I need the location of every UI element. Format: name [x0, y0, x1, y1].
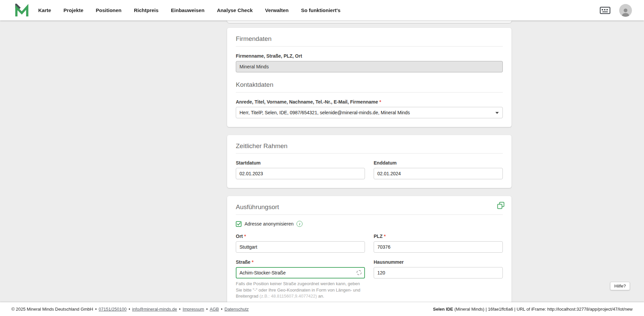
- company-label: Firmenname, Straße, PLZ, Ort: [236, 53, 503, 59]
- footer-email-link[interactable]: info@mineral-minds.de: [132, 307, 177, 312]
- firmendaten-title: Firmendaten: [236, 35, 503, 43]
- divider: [236, 46, 503, 47]
- contact-select[interactable]: Herr, TitelP, Selen, IDE, 0987/654321, s…: [236, 107, 503, 118]
- card-ausfuehrungsort: Ausführungsort Adresse anonymisieren i O…: [227, 196, 512, 302]
- strasse-hint: Falls die Position keiner Straße zugeord…: [236, 281, 365, 299]
- plz-input[interactable]: [374, 241, 503, 253]
- contact-label-text: Anrede, Titel, Vorname, Nachname, Tel.-N…: [236, 99, 378, 105]
- main-content: Firmendaten Firmenname, Straße, PLZ, Ort…: [0, 20, 644, 302]
- startdatum-label: Startdatum: [236, 160, 365, 166]
- nav-item-so-funktionierts[interactable]: So funktioniert's: [301, 7, 340, 13]
- bullet-separator: •: [206, 307, 208, 312]
- card-firmendaten: Firmendaten Firmenname, Straße, PLZ, Ort…: [227, 28, 512, 127]
- contact-label: Anrede, Titel, Vorname, Nachname, Tel.-N…: [236, 99, 503, 105]
- nav-item-richtpreis[interactable]: Richtpreis: [134, 7, 158, 13]
- bullet-separator: •: [128, 307, 130, 312]
- nav-item-analyse-check[interactable]: Analyse Check: [217, 7, 253, 13]
- hausnummer-input[interactable]: [374, 267, 503, 278]
- person-icon: [621, 7, 631, 17]
- divider: [236, 92, 503, 92]
- nav-item-einbauweisen[interactable]: Einbauweisen: [171, 7, 205, 13]
- anonymize-label: Adresse anonymisieren: [245, 221, 293, 227]
- hint-example-text: (z.B.: 48.8115607,9.4077422): [260, 294, 317, 299]
- nav-item-positionen[interactable]: Positionen: [96, 7, 122, 13]
- plz-label-text: PLZ: [374, 234, 382, 239]
- plz-label: PLZ*: [374, 234, 503, 239]
- required-marker: *: [252, 259, 254, 265]
- footer-left: © 2025 Mineral Minds Deutschland GmbH • …: [11, 307, 249, 312]
- nav-item-karte[interactable]: Karte: [38, 7, 51, 13]
- nav-item-projekte[interactable]: Projekte: [63, 7, 83, 13]
- ort-input[interactable]: [236, 241, 365, 253]
- copy-icon[interactable]: [497, 201, 505, 209]
- check-icon: [237, 222, 241, 226]
- strasse-input[interactable]: [236, 267, 365, 278]
- anonymize-checkbox[interactable]: [236, 221, 241, 227]
- navbar: Karte Projekte Positionen Richtpreis Ein…: [0, 0, 644, 20]
- required-marker: *: [379, 99, 381, 105]
- ort-label-text: Ort: [236, 234, 243, 239]
- copyright-text: © 2025 Mineral Minds Deutschland GmbH: [11, 307, 93, 312]
- divider: [236, 214, 503, 215]
- mineral-minds-logo-icon[interactable]: [15, 4, 29, 17]
- footer-datenschutz-link[interactable]: Datenschutz: [224, 307, 249, 312]
- footer-debug-info: (Mineral Minds) | 16fae1ffc6a6 | URL of …: [453, 307, 633, 312]
- ausfuehrungsort-title: Ausführungsort: [236, 203, 503, 211]
- kontaktdaten-title: Kontaktdaten: [236, 81, 503, 89]
- zeitlicher-rahmen-title: Zeitlicher Rahmen: [236, 142, 503, 150]
- strasse-label-text: Straße: [236, 259, 251, 265]
- anonymize-address-row: Adresse anonymisieren i: [236, 221, 503, 227]
- footer-right: Selen IDE (Mineral Minds) | 16fae1ffc6a6…: [433, 307, 633, 312]
- footer: © 2025 Mineral Minds Deutschland GmbH • …: [0, 302, 644, 316]
- server-icon[interactable]: [600, 7, 610, 14]
- bullet-separator: •: [179, 307, 181, 312]
- company-input: [236, 61, 503, 72]
- strasse-label: Straße*: [236, 259, 365, 265]
- user-avatar[interactable]: [619, 4, 632, 17]
- footer-impressum-link[interactable]: Impressum: [182, 307, 204, 312]
- bullet-separator: •: [95, 307, 97, 312]
- info-icon[interactable]: i: [297, 221, 303, 227]
- footer-agb-link[interactable]: AGB: [210, 307, 219, 312]
- hint-suffix-text: an.: [317, 294, 324, 299]
- required-marker: *: [384, 234, 385, 239]
- required-marker: *: [244, 234, 246, 239]
- main-navigation: Karte Projekte Positionen Richtpreis Ein…: [38, 7, 340, 13]
- contact-select-value: Herr, TitelP, Selen, IDE, 0987/654321, s…: [239, 110, 410, 115]
- chevron-down-icon: [495, 112, 499, 114]
- help-button[interactable]: Hilfe?: [610, 282, 630, 290]
- hausnummer-label: Hausnummer: [374, 259, 503, 265]
- enddatum-input[interactable]: [374, 168, 503, 179]
- footer-phone-link[interactable]: 07151/250100: [99, 307, 126, 312]
- nav-item-verwalten[interactable]: Verwalten: [265, 7, 288, 13]
- ort-label: Ort*: [236, 234, 365, 239]
- card-zeitlicher-rahmen: Zeitlicher Rahmen Startdatum Enddatum: [227, 135, 512, 188]
- form-column: Firmendaten Firmenname, Straße, PLZ, Ort…: [227, 20, 512, 302]
- card-partial-top: [227, 20, 512, 23]
- bullet-separator: •: [221, 307, 223, 312]
- enddatum-label: Enddatum: [374, 160, 503, 166]
- footer-app-name: Selen IDE: [433, 307, 453, 312]
- startdatum-input[interactable]: [236, 168, 365, 179]
- navbar-right-controls: [600, 4, 632, 17]
